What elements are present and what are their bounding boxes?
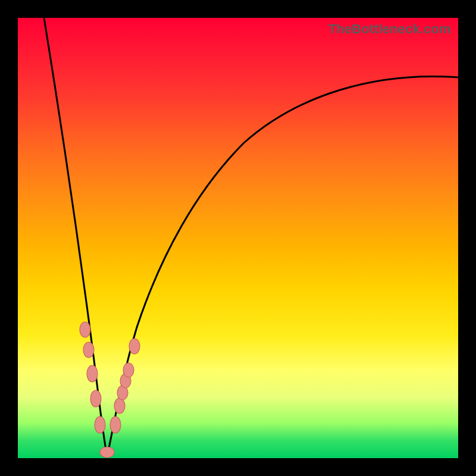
right-branch-curve (107, 76, 458, 457)
chart-frame: TheBottleneck.com (0, 0, 476, 476)
marker-point (80, 322, 90, 337)
marker-point (83, 342, 94, 358)
marker-group (80, 322, 140, 458)
marker-point (110, 416, 121, 433)
plot-area: TheBottleneck.com (18, 18, 458, 458)
marker-point (123, 363, 134, 377)
marker-point (95, 416, 105, 433)
chart-svg (18, 18, 458, 458)
marker-point (87, 365, 98, 382)
marker-point (100, 447, 114, 458)
marker-point (90, 390, 101, 407)
marker-point (114, 398, 125, 414)
marker-point (129, 339, 140, 354)
